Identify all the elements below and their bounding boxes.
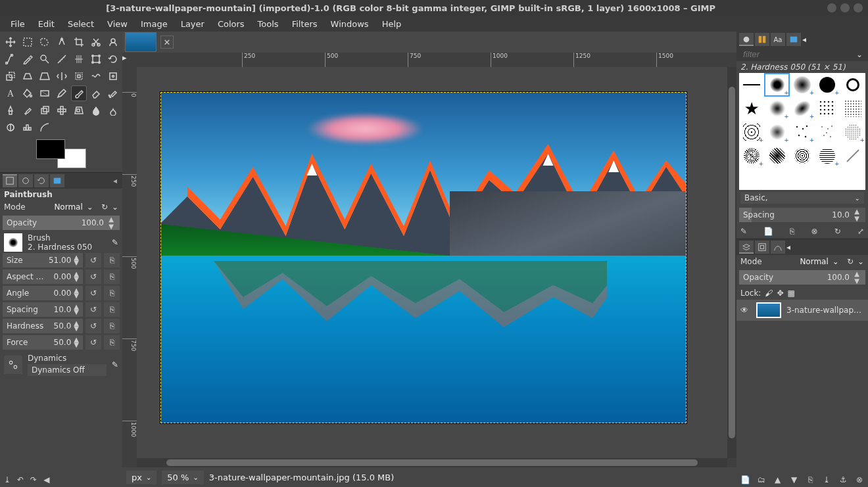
- brush-item[interactable]: [840, 97, 865, 120]
- layer-visibility-icon[interactable]: 👁: [740, 306, 751, 315]
- brush-item[interactable]: +: [815, 73, 840, 97]
- tab-document-history[interactable]: [786, 33, 801, 46]
- aspect-link-icon[interactable]: ⎘: [104, 269, 120, 284]
- layer-item[interactable]: 👁 3-nature-wallpaper-mountain: [736, 300, 868, 321]
- brush-filter-input[interactable]: [739, 47, 854, 61]
- layer-name[interactable]: 3-nature-wallpaper-mountain: [786, 306, 864, 315]
- ruler-corner[interactable]: ▸: [122, 53, 137, 67]
- brush-preview[interactable]: [4, 233, 22, 252]
- brush-item[interactable]: [815, 97, 840, 120]
- tool-rotate[interactable]: [105, 51, 121, 67]
- tab-paths[interactable]: [771, 241, 785, 254]
- brush-item[interactable]: [840, 144, 865, 168]
- tool-ink[interactable]: [3, 103, 18, 118]
- menu-image[interactable]: Image: [134, 17, 174, 31]
- menu-filters[interactable]: Filters: [285, 17, 324, 31]
- merge-down-icon[interactable]: ⤓: [821, 475, 832, 484]
- tab-images[interactable]: [50, 174, 64, 187]
- force-reset-icon[interactable]: ↺: [85, 335, 101, 350]
- vertical-scrollbar[interactable]: [727, 67, 736, 458]
- mode-reset-icon[interactable]: ↻: [101, 202, 108, 212]
- tool-smudge[interactable]: [105, 103, 121, 118]
- tool-flip[interactable]: [54, 68, 70, 84]
- tool-scissors[interactable]: [88, 34, 104, 50]
- brush-item[interactable]: +: [790, 73, 815, 97]
- close-tab-icon[interactable]: ✕: [160, 35, 174, 49]
- tab-undo-history[interactable]: [34, 174, 49, 187]
- lower-layer-icon[interactable]: ▼: [788, 475, 800, 484]
- open-as-image-icon[interactable]: ⤢: [857, 227, 864, 236]
- angle-reset-icon[interactable]: ↺: [85, 286, 101, 300]
- angle-link-icon[interactable]: ⎘: [104, 286, 120, 300]
- color-swatch[interactable]: [36, 139, 86, 168]
- lock-pixels-icon[interactable]: 🖌: [765, 289, 773, 298]
- menu-tools[interactable]: Tools: [251, 17, 285, 31]
- spacing-slider[interactable]: Spacing10.0▲▼: [3, 302, 83, 317]
- brush-item[interactable]: +: [840, 120, 865, 144]
- brush-spacing-slider[interactable]: Spacing 10.0 ▲▼: [739, 208, 865, 222]
- menu-colors[interactable]: Colors: [211, 17, 251, 31]
- refresh-brushes-icon[interactable]: ↻: [834, 227, 841, 236]
- spinner-icon[interactable]: ▲▼: [852, 270, 861, 285]
- tab-tool-options[interactable]: [3, 174, 17, 187]
- dynamics-dropdown[interactable]: Dynamics Off: [28, 364, 107, 376]
- window-close[interactable]: [854, 3, 863, 12]
- tool-mypaint-brush[interactable]: [20, 103, 36, 118]
- menu-help[interactable]: Help: [375, 17, 408, 31]
- tool-text[interactable]: A: [3, 85, 18, 101]
- lock-alpha-icon[interactable]: ▦: [787, 289, 794, 298]
- size-link-icon[interactable]: ⎘: [104, 253, 120, 267]
- chevron-down-icon[interactable]: ⌄: [87, 202, 93, 212]
- tool-clone[interactable]: [37, 103, 53, 118]
- dynamics-edit-icon[interactable]: ✎: [112, 360, 118, 369]
- brush-item[interactable]: [739, 73, 764, 97]
- tab-brushes[interactable]: [739, 33, 754, 46]
- tool-airbrush[interactable]: [105, 85, 121, 101]
- force-slider[interactable]: Force50.0▲▼: [3, 335, 83, 350]
- horizontal-scrollbar[interactable]: [137, 458, 727, 467]
- brush-item[interactable]: +: [764, 97, 789, 120]
- aspect-reset-icon[interactable]: ↺: [85, 269, 101, 284]
- reset-options-icon[interactable]: ◀: [43, 475, 49, 484]
- chevron-down-icon[interactable]: ⌄: [854, 50, 865, 59]
- tool-color-picker[interactable]: [20, 51, 36, 67]
- hardness-link-icon[interactable]: ⎘: [104, 319, 120, 333]
- canvas[interactable]: [137, 67, 727, 458]
- delete-options-icon[interactable]: ↷: [30, 475, 37, 484]
- anchor-layer-icon[interactable]: ⚓: [837, 475, 849, 484]
- brush-item[interactable]: [840, 73, 865, 97]
- size-slider[interactable]: Size51.00▲▼: [3, 253, 83, 267]
- new-layer-group-icon[interactable]: 🗂: [756, 475, 767, 484]
- hardness-reset-icon[interactable]: ↺: [85, 319, 101, 333]
- tool-crop[interactable]: [71, 34, 87, 50]
- unit-dropdown[interactable]: px⌄: [126, 471, 157, 484]
- tool-move[interactable]: [3, 34, 18, 50]
- size-reset-icon[interactable]: ↺: [85, 253, 101, 267]
- new-brush-icon[interactable]: 📄: [763, 227, 773, 236]
- chevron-down-icon[interactable]: ⌄: [857, 257, 864, 266]
- menu-layer[interactable]: Layer: [174, 17, 211, 31]
- tool-measure[interactable]: [54, 51, 70, 67]
- brush-item[interactable]: [764, 144, 789, 168]
- force-link-icon[interactable]: ⎘: [104, 335, 120, 350]
- spacing-link-icon[interactable]: ⎘: [104, 302, 120, 317]
- zoom-dropdown[interactable]: 50 %⌄: [162, 471, 203, 484]
- spacing-reset-icon[interactable]: ↺: [85, 302, 101, 317]
- restore-options-icon[interactable]: ↶: [17, 475, 24, 484]
- brush-item[interactable]: [790, 144, 815, 168]
- brush-item[interactable]: +: [739, 120, 764, 144]
- lock-position-icon[interactable]: ✥: [777, 289, 783, 298]
- tool-align[interactable]: [71, 51, 87, 67]
- raise-layer-icon[interactable]: ▲: [772, 475, 784, 484]
- nav-corner-top[interactable]: [727, 53, 736, 67]
- brush-item[interactable]: +: [764, 120, 789, 144]
- angle-slider[interactable]: Angle0.00▲▼: [3, 286, 83, 300]
- tool-dodge-burn[interactable]: [3, 120, 18, 135]
- edit-brush-icon[interactable]: ✎: [740, 227, 747, 236]
- brush-item[interactable]: +: [764, 73, 789, 97]
- spinner-icon[interactable]: ▲▼: [107, 216, 116, 230]
- menu-edit[interactable]: Edit: [32, 17, 61, 31]
- menu-view[interactable]: View: [101, 17, 134, 31]
- brush-item[interactable]: [815, 120, 840, 144]
- tool-heal[interactable]: [54, 103, 70, 118]
